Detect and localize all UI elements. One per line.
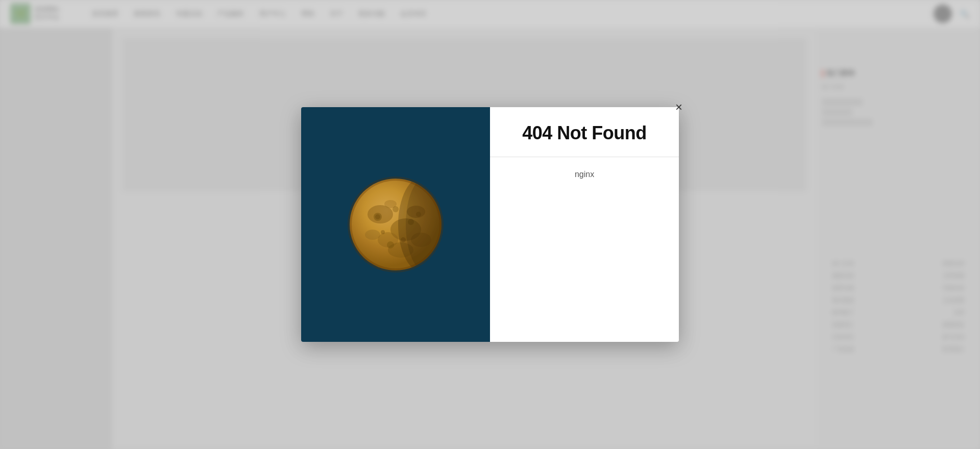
modal-body: nginx	[490, 157, 679, 342]
error-subtitle: nginx	[510, 170, 658, 179]
svg-point-11	[375, 214, 380, 219]
modal-image	[301, 107, 490, 342]
close-button[interactable]: ×	[671, 99, 687, 115]
svg-point-13	[387, 241, 394, 248]
error-modal: 404 Not Found nginx	[301, 107, 679, 342]
svg-point-6	[365, 230, 380, 240]
modal-error-content: 404 Not Found nginx	[490, 107, 679, 342]
moon-illustration	[345, 173, 447, 276]
modal-overlay[interactable]: 404 Not Found nginx ×	[0, 0, 980, 449]
svg-point-16	[381, 230, 385, 234]
modal-title-section: 404 Not Found	[490, 107, 679, 157]
svg-point-17	[393, 206, 399, 212]
error-title: 404 Not Found	[510, 122, 658, 144]
